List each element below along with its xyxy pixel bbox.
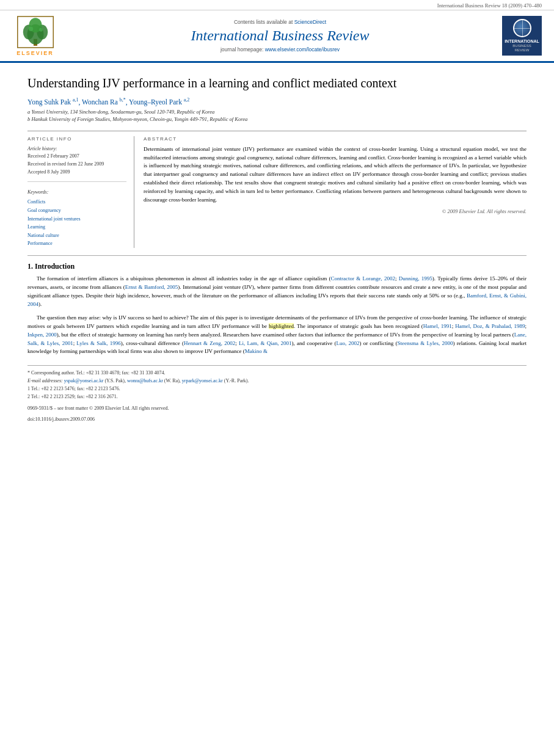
keyword-ijv: International joint ventures	[27, 215, 126, 224]
ref-li[interactable]: Li, Lam, & Qian, 2001	[239, 340, 292, 346]
ibr-title-line1: INTERNATIONAL	[505, 39, 539, 44]
keyword-learning: Learning	[27, 223, 126, 231]
abstract-text: Determinants of international joint vent…	[144, 145, 527, 205]
ref-makino[interactable]: Makino &	[245, 348, 268, 354]
ref-inkpen[interactable]: Inkpen, 2000	[27, 332, 57, 338]
journal-homepage: journal homepage: www.elsevier.com/locat…	[61, 46, 499, 53]
journal-citation: International Business Review 18 (2009) …	[437, 2, 542, 9]
ref-dunning[interactable]: Dunning, 1995	[399, 275, 432, 282]
section-divider	[27, 255, 527, 256]
note1: 1 Tel.: +82 2 2123 5476; fax: +82 2 2123…	[27, 385, 527, 393]
elsevier-logo: ELSEVIER	[9, 15, 61, 56]
journal-center: Contents lists available at ScienceDirec…	[61, 19, 499, 53]
main-content: Understanding IJV performance in a learn…	[0, 63, 554, 430]
ref-hamel1989[interactable]: Hamel, Doz, & Prahalad, 1989	[455, 323, 525, 329]
email-ra[interactable]: wonra@hufs.ac.kr	[127, 378, 163, 383]
svg-point-6	[39, 28, 43, 32]
footer-notes: * Corresponding author. Tel.: +82 31 330…	[27, 365, 527, 424]
article-info-abstract: ARTICLE INFO Article history: Received 2…	[27, 131, 527, 248]
article-info-label: ARTICLE INFO	[27, 136, 126, 142]
intro-para2: The question then may arise: why is IJV …	[27, 314, 527, 357]
ref-hennart[interactable]: Hennart & Zeng, 2002	[184, 340, 235, 346]
keyword-conflicts: Conflicts	[27, 198, 126, 206]
affiliation-b: b Hankuk University of Foreign Studies, …	[27, 116, 527, 123]
ref-ernst[interactable]: Ernst & Bamford, 2005	[125, 284, 178, 290]
authors-line: Yong Suhk Pak a,1, Wonchan Ra b,*, Young…	[27, 97, 527, 106]
ibr-logo: INTERNATIONAL BUSINESS REVIEW	[499, 16, 545, 56]
ref-luo[interactable]: Luo, 2002	[336, 340, 359, 346]
issn-line: 0969-5931/$ – see front matter © 2009 El…	[27, 405, 527, 413]
ref-contractor[interactable]: Contractor & Lorange, 2002	[330, 275, 395, 282]
email-note: E-mail addresses: yspak@yonsei.ac.kr (Y.…	[27, 377, 527, 385]
ref-bamford[interactable]: Bamford, Ernst, & Gubini, 2004	[27, 293, 527, 307]
article-info-column: ARTICLE INFO Article history: Received 2…	[27, 136, 134, 248]
ibr-globe-icon	[513, 19, 531, 37]
elsevier-wordmark: ELSEVIER	[16, 50, 54, 56]
email-pak[interactable]: yspak@yonsei.ac.kr	[64, 378, 104, 383]
sciencedirect-link[interactable]: ScienceDirect	[294, 19, 326, 25]
doi-line: doi:10.1016/j.ibusrev.2009.07.006	[27, 416, 527, 424]
received-revised-date: Received in revised form 22 June 2009	[27, 161, 126, 169]
keyword-performance: Performance	[27, 239, 126, 248]
intro-para1: The formation of interfirm alliances is …	[27, 275, 527, 309]
keywords-label: Keywords:	[27, 188, 126, 197]
journal-header: ELSEVIER Contents lists available at Sci…	[0, 10, 554, 63]
article-title: Understanding IJV performance in a learn…	[27, 75, 527, 91]
keyword-national-culture: National culture	[27, 231, 126, 240]
journal-title: International Business Review	[61, 27, 499, 44]
ibr-title-line2: BUSINESS	[505, 44, 539, 48]
ibr-title-line3: REVIEW	[505, 48, 539, 53]
ref-steensma[interactable]: Steensma & Lyles, 2000	[398, 340, 453, 346]
affiliations: a Yonsei University, 134 Sinchon-dong, S…	[27, 109, 527, 123]
intro-heading: 1. Introduction	[27, 262, 527, 271]
elsevier-tree-icon	[17, 15, 54, 49]
svg-point-5	[28, 27, 33, 32]
introduction-section: 1. Introduction The formation of interfi…	[27, 262, 527, 356]
received-date: Received 2 February 2007	[27, 153, 126, 161]
highlighted-word: highlighted	[269, 323, 294, 329]
page: International Business Review 18 (2009) …	[0, 0, 554, 756]
keyword-goal-congruency: Goal congruency	[27, 206, 126, 215]
copyright-line: © 2009 Elsevier Ltd. All rights reserved…	[144, 208, 527, 214]
ref-lyles[interactable]: Lyles & Salk, 1996	[76, 340, 120, 346]
affiliation-a: a Yonsei University, 134 Sinchon-dong, S…	[27, 109, 527, 116]
abstract-column: ABSTRACT Determinants of international j…	[144, 136, 527, 248]
accepted-date: Accepted 8 July 2009	[27, 169, 126, 176]
keywords-section: Keywords: Conflicts Goal congruency Inte…	[27, 188, 126, 248]
note2: 2 Tel.: +82 2 2123 2529; fax: +82 2 316 …	[27, 393, 527, 401]
history-label: Article history:	[27, 145, 126, 153]
email-park[interactable]: yrpark@yonsei.ac.kr	[182, 378, 223, 383]
article-history: Article history: Received 2 February 200…	[27, 145, 126, 182]
abstract-label: ABSTRACT	[144, 136, 527, 142]
homepage-link[interactable]: www.elsevier.com/locate/ibusrev	[265, 46, 340, 53]
journal-info-bar: International Business Review 18 (2009) …	[0, 0, 554, 10]
contents-available: Contents lists available at ScienceDirec…	[61, 19, 499, 25]
ref-hamel1991[interactable]: Hamel, 1991	[423, 323, 452, 329]
corresponding-note: * Corresponding author. Tel.: +82 31 330…	[27, 369, 527, 377]
